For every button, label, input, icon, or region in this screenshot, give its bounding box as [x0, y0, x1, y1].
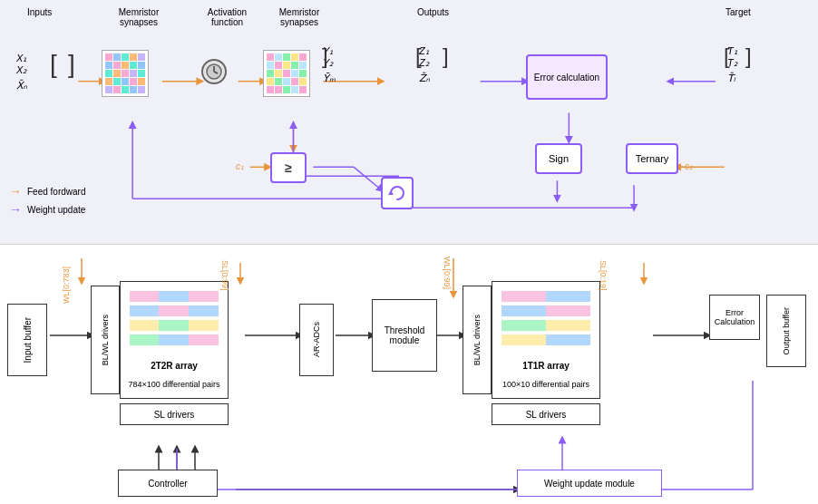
- bl-wl-drivers1-box: BL/WL drivers: [91, 286, 120, 394]
- legend-weight-update: → Weight update: [9, 202, 85, 217]
- wl-783-label: WL[0:783]: [62, 267, 71, 304]
- error-calc-box: Error calculation: [526, 54, 608, 100]
- z-bracket-open: [: [415, 44, 422, 69]
- legend: → Feed fordward → Weight update: [9, 184, 85, 217]
- t-bracket-close: ]: [745, 44, 752, 69]
- sl-drivers1-box: SL drivers: [120, 403, 229, 425]
- refresh-box: [381, 177, 414, 209]
- bl-wl-drivers2-box: BL/WL drivers: [463, 286, 492, 394]
- error-calc-bp-box: Error Calculation: [709, 295, 760, 340]
- sl-19-label: SL[0:19]: [599, 260, 608, 291]
- weight-update-module-box: Weight update module: [517, 470, 662, 497]
- controller-box: Controller: [118, 470, 218, 497]
- sl-99-label: SL[0:99]: [220, 260, 229, 291]
- t-bracket-open: [: [724, 44, 730, 69]
- inputs-label: Inputs: [27, 7, 52, 17]
- matrix2: [263, 50, 310, 97]
- wl-99-label: WL[0:99]: [443, 257, 452, 289]
- z-bracket-close: ]: [443, 44, 449, 69]
- outputs-label: Outputs: [417, 7, 449, 17]
- top-panel: Inputs X₁ X₂ X̄ₙ [ ] Memristorsynapses A…: [0, 0, 818, 245]
- svg-line-16: [354, 167, 381, 189]
- bottom-panel: Input buffer WL[0:783] BL/WL drivers 2T2…: [0, 245, 818, 504]
- output-buffer-box: Output buffer: [766, 295, 806, 367]
- purple-arrow-icon: →: [9, 202, 22, 217]
- orange-arrow-icon: →: [9, 184, 22, 199]
- activation-icon: [201, 59, 227, 84]
- ternary-box: Ternary: [626, 143, 678, 174]
- activation-label: Activationfunction: [198, 7, 257, 27]
- threshold-module-box: Threshold module: [372, 299, 437, 372]
- legend-feed-forward: → Feed fordward: [9, 184, 85, 199]
- x-values: X₁ X₂ X̄ₙ: [16, 53, 27, 92]
- ar-adcs-box: AR-ADCs: [299, 304, 334, 376]
- sl-drivers2-box: SL drivers: [492, 403, 600, 425]
- x-bracket-open: [: [50, 50, 57, 79]
- matrix1: [102, 50, 149, 97]
- c1-label: c₁: [236, 161, 244, 171]
- sign-box: Sign: [535, 143, 582, 174]
- target-label: Target: [725, 7, 751, 17]
- x-bracket-close: ]: [68, 50, 75, 79]
- y-bracket: ]: [322, 44, 328, 69]
- threshold-box: ≥: [270, 152, 307, 183]
- input-buffer-box: Input buffer: [7, 304, 47, 376]
- c2-label: c₂: [685, 161, 693, 171]
- svg-marker-24: [388, 190, 394, 195]
- array-1t1r-box: 1T1R array 100×10 differential pairs: [492, 281, 600, 399]
- memristor2-label: Memristorsynapses: [268, 7, 331, 27]
- array-2t2r-box: 2T2R array 784×100 differential pairs: [120, 281, 229, 399]
- memristor1-label: Memristorsynapses: [107, 7, 170, 27]
